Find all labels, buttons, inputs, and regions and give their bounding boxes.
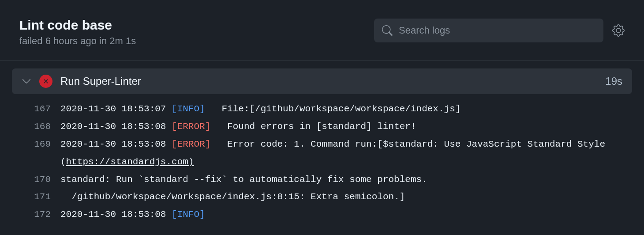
line-content: standard: Run `standard --fix` to automa… — [60, 171, 632, 189]
header-right — [374, 19, 625, 42]
log-level: [ERROR] — [172, 139, 210, 149]
search-icon — [382, 25, 393, 36]
log-level: [ERROR] — [172, 121, 210, 132]
line-number: 167 — [12, 100, 60, 118]
log-output: 1672020-11-30 18:53:07 [INFO] File:[/git… — [0, 94, 644, 224]
line-content: 2020-11-30 18:53:08 [ERROR] Found errors… — [60, 118, 632, 136]
log-line: 1682020-11-30 18:53:08 [ERROR] Found err… — [12, 118, 632, 136]
log-level: [INFO] — [172, 209, 205, 220]
line-content: 2020-11-30 18:53:08 [INFO] — [60, 206, 632, 224]
line-content: 2020-11-30 18:53:08 [ERROR] Error code: … — [60, 136, 632, 171]
log-line: 170standard: Run `standard --fix` to aut… — [12, 171, 632, 189]
chevron-down-icon[interactable] — [22, 76, 31, 86]
step-duration: 19s — [605, 75, 622, 87]
line-number: 171 — [12, 188, 60, 206]
search-input[interactable] — [399, 25, 595, 36]
log-line: 171 /github/workspace/workspace/index.js… — [12, 188, 632, 206]
header: Lint code base failed 6 hours ago in 2m … — [0, 0, 644, 61]
settings-button[interactable] — [612, 24, 625, 37]
search-box[interactable] — [374, 19, 603, 42]
log-link[interactable]: https://standardjs.com) — [66, 157, 194, 167]
job-status-subtitle: failed 6 hours ago in 2m 1s — [19, 35, 136, 47]
line-number: 168 — [12, 118, 60, 136]
log-level: [INFO] — [172, 104, 205, 114]
line-content: 2020-11-30 18:53:07 [INFO] File:[/github… — [60, 100, 632, 118]
page-title: Lint code base — [19, 18, 136, 33]
log-line: 1722020-11-30 18:53:08 [INFO] — [12, 206, 632, 224]
line-number: 172 — [12, 206, 60, 224]
line-content: /github/workspace/workspace/index.js:8:1… — [60, 188, 632, 206]
line-number: 170 — [12, 171, 60, 189]
fail-icon — [39, 75, 52, 88]
line-number: 169 — [12, 136, 60, 153]
step-header[interactable]: Run Super-Linter 19s — [12, 68, 632, 94]
step-name: Run Super-Linter — [60, 75, 597, 87]
header-left: Lint code base failed 6 hours ago in 2m … — [19, 18, 136, 47]
log-line: 1692020-11-30 18:53:08 [ERROR] Error cod… — [12, 136, 632, 171]
log-line: 1672020-11-30 18:53:07 [INFO] File:[/git… — [12, 100, 632, 118]
